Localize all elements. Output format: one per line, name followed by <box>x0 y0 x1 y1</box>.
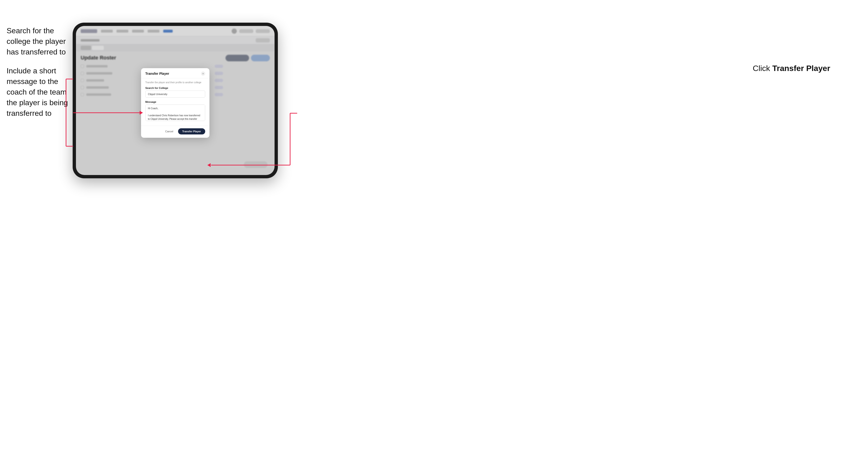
message-textarea[interactable]: Hi Coach, I understand Chris Robertson h… <box>145 104 205 121</box>
modal-body: Transfer the player and their profile to… <box>141 78 210 126</box>
annotation-left: Search for the college the player has tr… <box>7 26 70 127</box>
modal-overlay: Transfer Player × Transfer the player an… <box>76 26 275 175</box>
annotation-right-bold: Transfer Player <box>772 64 830 73</box>
message-label: Message <box>145 100 205 103</box>
search-label: Search for College <box>145 87 205 89</box>
annotation-text-1: Search for the college the player has tr… <box>7 26 70 57</box>
college-search-input[interactable] <box>145 91 205 98</box>
modal-title: Transfer Player <box>145 72 169 75</box>
transfer-player-modal: Transfer Player × Transfer the player an… <box>141 68 210 138</box>
close-icon: × <box>203 72 204 75</box>
annotation-text-2: Include a short message to the coach of … <box>7 66 70 118</box>
modal-close-button[interactable]: × <box>201 71 205 76</box>
modal-header: Transfer Player × <box>141 68 210 78</box>
tablet-device: Update Roster <box>73 23 278 178</box>
modal-footer: Cancel Transfer Player <box>141 126 210 138</box>
annotation-right-prefix: Click <box>753 64 772 73</box>
transfer-player-button[interactable]: Transfer Player <box>178 128 206 134</box>
cancel-button[interactable]: Cancel <box>163 129 176 134</box>
modal-subtitle: Transfer the player and their profile to… <box>145 81 205 84</box>
tablet-screen: Update Roster <box>76 26 275 175</box>
annotation-right: Click Transfer Player <box>753 64 830 73</box>
